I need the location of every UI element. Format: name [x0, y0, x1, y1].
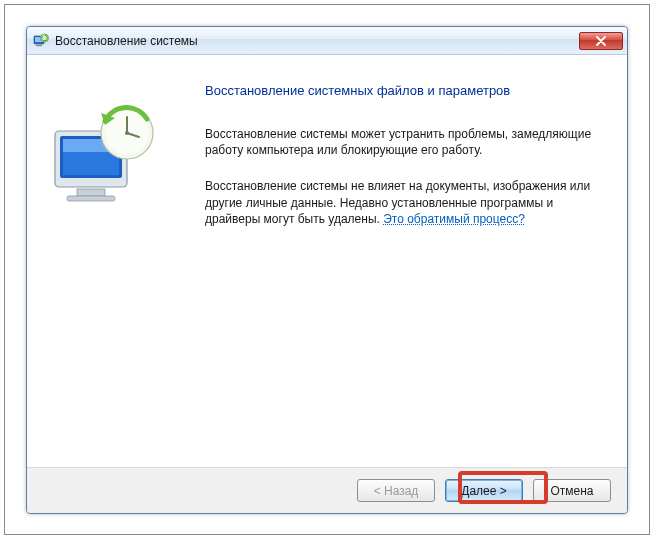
- close-icon: [596, 36, 606, 46]
- restore-illustration: [49, 103, 167, 213]
- paragraph-1: Восстановление системы может устранить п…: [205, 126, 605, 158]
- svg-rect-9: [67, 196, 115, 201]
- content-area: Восстановление системных файлов и параме…: [27, 55, 627, 467]
- cancel-button[interactable]: Отмена: [533, 479, 611, 502]
- illustration-pane: [49, 79, 187, 457]
- reversible-process-link[interactable]: Это обратимый процесс?: [383, 212, 525, 226]
- page-heading: Восстановление системных файлов и параме…: [205, 83, 605, 98]
- svg-rect-2: [36, 45, 42, 46]
- next-button[interactable]: Далее >: [445, 479, 523, 502]
- wizard-footer: < Назад Далее > Отмена: [27, 467, 627, 513]
- paragraph-2: Восстановление системы не влияет на доку…: [205, 178, 605, 227]
- svg-rect-8: [77, 189, 105, 196]
- system-restore-window: Восстановление системы: [26, 26, 628, 514]
- text-pane: Восстановление системных файлов и параме…: [205, 79, 605, 457]
- close-button[interactable]: [579, 32, 623, 50]
- svg-point-14: [125, 131, 129, 135]
- titlebar: Восстановление системы: [27, 27, 627, 55]
- system-restore-icon: [33, 33, 49, 49]
- back-button: < Назад: [357, 479, 435, 502]
- window-title: Восстановление системы: [55, 34, 579, 48]
